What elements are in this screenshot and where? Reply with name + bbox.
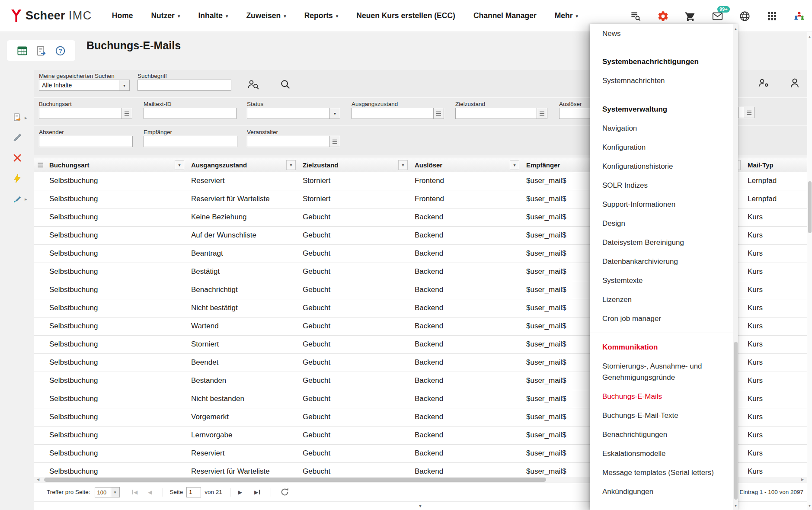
obscured-filter-input[interactable] bbox=[738, 107, 744, 118]
nav-item-zuweisen[interactable]: Zuweisen▾ bbox=[246, 11, 286, 20]
menu-item-eskalationsmodelle[interactable]: Eskalationsmodelle bbox=[590, 444, 733, 463]
globe-icon[interactable] bbox=[739, 10, 751, 22]
expand-arrow-icon[interactable]: ▸ bbox=[25, 197, 27, 202]
user-icon[interactable] bbox=[788, 77, 802, 90]
apps-grid-icon[interactable] bbox=[766, 10, 778, 22]
search-list-icon[interactable] bbox=[630, 10, 642, 22]
nav-item-reports[interactable]: Reports▾ bbox=[304, 11, 339, 20]
nav-item-mehr[interactable]: Mehr▾ bbox=[555, 11, 578, 20]
mail-icon[interactable]: 99+ bbox=[712, 10, 723, 22]
delete-x-icon[interactable] bbox=[12, 153, 22, 163]
filter-input-empf-nger[interactable] bbox=[144, 136, 237, 147]
menu-item-message-templates-serial-letters[interactable]: Message templates (Serial letters) bbox=[590, 463, 733, 482]
page-input[interactable] bbox=[186, 487, 201, 497]
nav-item-neuen-kurs-erstellen-ecc[interactable]: Neuen Kurs erstellen (ECC) bbox=[356, 11, 455, 20]
menu-item-lizenzen[interactable]: Lizenzen bbox=[590, 290, 733, 309]
scroll-right-icon[interactable]: ▶ bbox=[799, 477, 806, 482]
filter-input-mailtext-id[interactable] bbox=[144, 108, 237, 119]
first-page-button[interactable]: ◀ bbox=[130, 489, 140, 495]
column-header-ausgangszustand[interactable]: Ausgangszustand▾ bbox=[186, 158, 297, 172]
scroll-down-icon[interactable]: ▼ bbox=[807, 502, 812, 509]
menu-item-design[interactable]: Design bbox=[590, 214, 733, 233]
scroll-down-icon[interactable]: ▼ bbox=[733, 502, 738, 509]
scroll-up-icon[interactable]: ▲ bbox=[807, 33, 812, 40]
export-doc-icon[interactable] bbox=[12, 112, 22, 123]
dropdown-button[interactable]: ▾ bbox=[330, 108, 340, 119]
expand-arrow-icon[interactable]: ▸ bbox=[25, 115, 27, 120]
cell-ausl-ser: Backend bbox=[409, 427, 521, 444]
menu-item-stornierungs-ausnahme-und-genehmigungsgr-nde[interactable]: Stornierungs-, Ausnahme- und Genehmigung… bbox=[590, 357, 733, 387]
list-picker-button[interactable] bbox=[330, 136, 340, 147]
filter-input-absender[interactable] bbox=[39, 136, 133, 147]
refresh-icon[interactable] bbox=[280, 487, 290, 497]
saved-search-select[interactable]: Alle Inhalte ▾ bbox=[39, 80, 130, 91]
edit-pencil-icon[interactable] bbox=[12, 132, 22, 143]
help-icon[interactable]: ? bbox=[54, 45, 66, 57]
community-icon[interactable] bbox=[793, 10, 805, 22]
page-scroll-thumb[interactable] bbox=[808, 181, 812, 233]
menu-item-systemtexte[interactable]: Systemtexte bbox=[590, 271, 733, 290]
menu-item-benachrichtigungen[interactable]: Benachrichtigungen bbox=[590, 425, 733, 444]
menu-item-systemnachrichten[interactable]: Systemnachrichten bbox=[590, 71, 733, 90]
brand-logo[interactable]: Scheer IMC bbox=[10, 9, 92, 22]
menu-item-buchungs-e-mail-texte[interactable]: Buchungs-E-Mail-Texte bbox=[590, 406, 733, 425]
filter-input-veranstalter[interactable] bbox=[247, 136, 330, 147]
filter-input-zielzustand[interactable] bbox=[455, 108, 537, 119]
column-header-ausl-ser[interactable]: Auslöser▾ bbox=[409, 158, 521, 172]
menu-item-news[interactable]: News bbox=[590, 24, 733, 43]
select-column-header[interactable] bbox=[34, 158, 44, 172]
list-picker-button[interactable] bbox=[122, 108, 132, 119]
menu-item-navigation[interactable]: Navigation bbox=[590, 119, 733, 138]
assign-brush-icon[interactable] bbox=[12, 194, 22, 204]
list-picker-button[interactable] bbox=[537, 108, 547, 119]
menu-item-buchungs-e-mails[interactable]: Buchungs-E-Mails bbox=[590, 387, 733, 406]
chevron-down-icon[interactable]: ▾ bbox=[119, 80, 130, 91]
menu-item-dateisystem-bereinigung[interactable]: Dateisystem Bereinigung bbox=[590, 233, 733, 252]
menu-item-datenbankarchivierung[interactable]: Datenbankarchivierung bbox=[590, 252, 733, 271]
list-picker-button[interactable] bbox=[744, 107, 754, 118]
menu-scrollbar[interactable]: ▲ ▼ bbox=[733, 24, 738, 510]
excel-export-icon[interactable] bbox=[16, 45, 28, 57]
nav-item-channel-manager[interactable]: Channel Manager bbox=[473, 11, 537, 20]
menu-item-cron-job-manager[interactable]: Cron job manager bbox=[590, 309, 733, 328]
user-settings-icon[interactable] bbox=[757, 77, 770, 90]
menu-item-ank-ndigungen[interactable]: Ankündigungen bbox=[590, 482, 733, 501]
column-menu-button[interactable]: ▾ bbox=[510, 160, 519, 170]
menu-item-konfiguration[interactable]: Konfiguration bbox=[590, 138, 733, 157]
column-header-mail-typ[interactable]: Mail-Typ bbox=[742, 158, 807, 172]
nav-item-inhalte[interactable]: Inhalte▾ bbox=[198, 11, 228, 20]
scroll-up-icon[interactable]: ▲ bbox=[733, 25, 738, 32]
column-menu-button[interactable]: ▾ bbox=[398, 160, 408, 170]
filter-input-buchungsart[interactable] bbox=[39, 108, 122, 119]
next-page-button[interactable]: ▶ bbox=[237, 489, 244, 495]
column-header-buchungsart[interactable]: Buchungsart▾ bbox=[44, 158, 186, 172]
column-header-zielzustand[interactable]: Zielzustand▾ bbox=[297, 158, 409, 172]
settings-gear-icon[interactable] bbox=[657, 10, 669, 22]
column-menu-button[interactable]: ▾ bbox=[175, 160, 184, 170]
cell-zielzustand: Gebucht bbox=[297, 281, 409, 299]
cart-icon[interactable] bbox=[684, 10, 696, 22]
per-page-select[interactable]: 100 ▾ bbox=[95, 487, 120, 497]
nav-item-home[interactable]: Home bbox=[112, 11, 133, 20]
horizontal-scroll-thumb[interactable] bbox=[44, 478, 546, 482]
search-term-input[interactable] bbox=[137, 80, 231, 91]
menu-item-support-informationen[interactable]: Support-Informationen bbox=[590, 195, 733, 214]
menu-item-solr-indizes[interactable]: SOLR Indizes bbox=[590, 176, 733, 195]
filter-input-ausgangszustand[interactable] bbox=[352, 108, 434, 119]
row-selector-cell bbox=[34, 390, 44, 408]
last-page-button[interactable]: ▶ bbox=[253, 489, 262, 495]
quick-action-lightning-icon[interactable] bbox=[12, 173, 22, 184]
nav-item-nutzer[interactable]: Nutzer▾ bbox=[151, 11, 180, 20]
page-scrollbar[interactable]: ▲ ▼ bbox=[807, 32, 812, 510]
menu-scroll-thumb[interactable] bbox=[734, 342, 738, 500]
export-copy-icon[interactable] bbox=[35, 45, 47, 57]
menu-item-konfigurationshistorie[interactable]: Konfigurationshistorie bbox=[590, 157, 733, 176]
list-picker-button[interactable] bbox=[434, 108, 444, 119]
cell-ausl-ser: Backend bbox=[409, 318, 521, 335]
scroll-left-icon[interactable]: ◀ bbox=[35, 477, 42, 482]
filter-input-status[interactable] bbox=[247, 108, 330, 119]
search-icon[interactable] bbox=[278, 78, 292, 91]
column-menu-button[interactable]: ▾ bbox=[286, 160, 296, 170]
user-search-icon[interactable] bbox=[246, 78, 260, 91]
prev-page-button[interactable]: ◀ bbox=[146, 489, 153, 495]
